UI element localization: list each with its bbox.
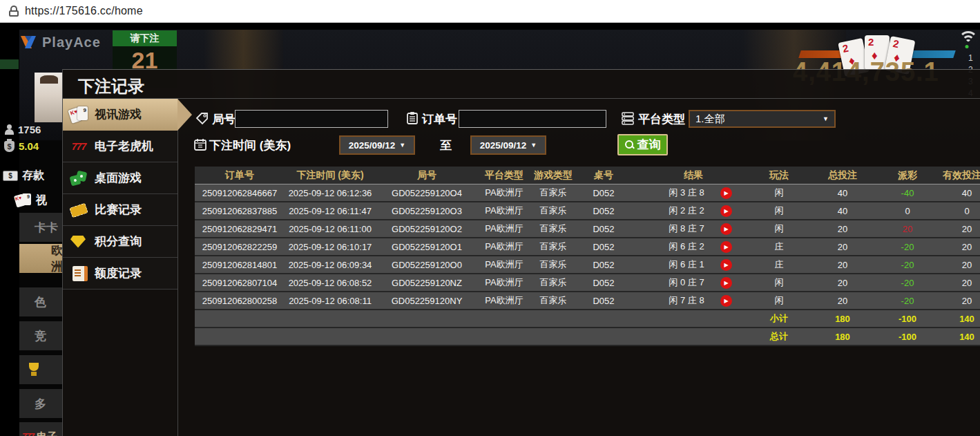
cell-result: 闲 6 庄 2▶	[631, 238, 756, 255]
balance-amount: 5.04	[19, 140, 39, 152]
column-header: 订单号	[195, 167, 285, 184]
cell-platform: PA欧洲厅	[478, 220, 530, 237]
date-from-picker[interactable]: 2025/09/12 ▼	[339, 135, 415, 155]
cell-round: GD052259120NZ	[376, 274, 478, 291]
cell-round: GD052259120O3	[376, 202, 478, 219]
search-button[interactable]: 查询	[617, 134, 668, 155]
lobby-tab-2[interactable]: 色	[19, 287, 62, 316]
divider	[177, 99, 178, 436]
column-header: 下注时间 (美东)	[285, 167, 376, 184]
cell-valid: 0	[932, 202, 980, 219]
order-number-input[interactable]	[459, 110, 606, 128]
result-text: 闲 6 庄 2	[655, 240, 718, 253]
cell-valid: 140	[932, 328, 980, 345]
cell-total: 20	[803, 238, 883, 255]
card-rank: 2	[892, 37, 900, 50]
cell-round: GD052259120O1	[376, 238, 478, 255]
result-text: 闲 3 庄 8	[655, 187, 718, 199]
sidebar-item-4[interactable]: 积分查询	[63, 226, 177, 258]
browser-address-bar[interactable]: https://175616.cc/home	[0, 0, 980, 23]
cell-time: 2025-09-12 06:08:52	[285, 274, 376, 291]
lobby-tab[interactable]	[19, 355, 62, 384]
video-games-nav-row[interactable]: K♥ 9 视	[15, 193, 47, 208]
cell-game: 百家乐	[530, 220, 576, 237]
cards-icon: K♥ 9	[15, 193, 32, 208]
sidebar-item-label: 电子老虎机	[95, 138, 153, 154]
table-row: 2509120628071042025-09-12 06:08:52GD0522…	[195, 274, 980, 292]
column-header: 桌号	[576, 167, 631, 184]
cell-table: D052	[576, 256, 631, 273]
cell-platform: PA欧洲厅	[478, 256, 530, 273]
sidebar-item-1[interactable]: 777电子老虎机	[63, 131, 177, 162]
replay-button[interactable]: ▶	[720, 205, 732, 217]
round-number-input[interactable]	[235, 110, 388, 128]
deposit-row[interactable]: $ 存款	[3, 169, 44, 183]
column-header: 派彩	[883, 167, 932, 184]
date-to-picker[interactable]: 2025/09/12 ▼	[470, 135, 546, 155]
cell-platform: PA欧洲厅	[478, 184, 530, 201]
avatar[interactable]	[35, 73, 62, 122]
lobby-tab-5[interactable]: 多	[19, 389, 62, 418]
lobby-tab-1[interactable]: 欧洲	[19, 244, 62, 273]
lobby-tab-6[interactable]: 777电子	[19, 422, 62, 436]
cell-time: 2025-09-12 06:08:11	[285, 292, 376, 309]
cell-result: 闲 8 庄 7▶	[631, 220, 756, 237]
scene-edge	[0, 23, 19, 436]
table-row: 2509120628002582025-09-12 06:08:11GD0522…	[195, 292, 980, 310]
column-header: 玩法	[756, 167, 803, 184]
replay-button[interactable]: ▶	[720, 241, 732, 253]
lobby-tab-3[interactable]: 竞	[19, 321, 62, 350]
cell-payout: -20	[883, 256, 932, 273]
sidebar-item-0[interactable]: K♥9视讯游戏	[63, 99, 177, 131]
cell-valid: 20	[932, 274, 980, 291]
replay-button[interactable]: ▶	[720, 259, 732, 271]
result-text: 闲 0 庄 7	[655, 276, 718, 289]
chevron-down-icon: ▼	[823, 115, 829, 122]
cell-play: 小计	[756, 310, 803, 327]
betting-records-modal: 下注记录 K♥9视讯游戏777电子老虎机桌面游戏比赛记录积分查询额度记录 局号 …	[62, 69, 980, 436]
replay-button[interactable]: ▶	[720, 223, 732, 235]
bet-prompt-label: 请下注	[113, 30, 177, 46]
cell-play: 闲	[756, 292, 803, 309]
cell-time	[285, 310, 376, 327]
chevron-down-icon: ▼	[399, 142, 405, 149]
cell-platform: PA欧洲厅	[478, 238, 530, 255]
date-from-value: 2025/09/12	[349, 140, 396, 151]
card-rank: 2	[841, 41, 849, 54]
playace-logo-text: PlayAce	[42, 35, 101, 50]
lobby-tab-label: 卡卡	[19, 220, 58, 236]
cell-table: D052	[576, 292, 631, 309]
cell-total: 20	[803, 274, 883, 291]
cell-payout: -20	[883, 238, 932, 255]
modal-sidebar: K♥9视讯游戏777电子老虎机桌面游戏比赛记录积分查询额度记录	[63, 99, 177, 290]
platform-type-value: 1.全部	[695, 113, 823, 126]
cell-total: 20	[803, 220, 883, 237]
divider	[63, 98, 980, 99]
date-to-value: 2025/09/12	[480, 140, 527, 151]
sidebar-item-2[interactable]: 桌面游戏	[63, 162, 177, 194]
cell-round: GD052259120O2	[376, 220, 478, 237]
replay-button[interactable]: ▶	[720, 187, 732, 199]
platform-type-dropdown[interactable]: 1.全部 ▼	[689, 110, 836, 128]
casino-page-background: PlayAce 请下注 21 2♦2♦2♦ 4,414,735.1 1234 1…	[0, 23, 980, 436]
cell-order: 250912062837885	[195, 202, 285, 219]
cell-valid: 20	[932, 292, 980, 309]
replay-button[interactable]: ▶	[720, 295, 732, 307]
trophy-icon	[26, 363, 41, 377]
cell-total: 40	[803, 184, 883, 201]
cell-payout: -100	[883, 310, 932, 327]
url-text[interactable]: https://175616.cc/home	[25, 5, 143, 17]
balance-row: $ 5.04	[4, 140, 39, 152]
cell-valid: 20	[932, 220, 980, 237]
lock-icon	[9, 6, 19, 17]
sidebar-item-3[interactable]: 比赛记录	[63, 194, 177, 226]
cell-round	[376, 310, 478, 327]
cell-round: GD052259120NY	[376, 292, 478, 309]
cell-order: 250912062800258	[195, 292, 285, 309]
cell-valid: 140	[932, 310, 980, 327]
cell-table: D052	[576, 274, 631, 291]
sidebar-item-5[interactable]: 额度记录	[63, 258, 177, 290]
sidebar-item-label: 视讯游戏	[95, 106, 142, 122]
lobby-tab-0[interactable]: 卡卡	[19, 213, 62, 242]
replay-button[interactable]: ▶	[720, 277, 732, 289]
